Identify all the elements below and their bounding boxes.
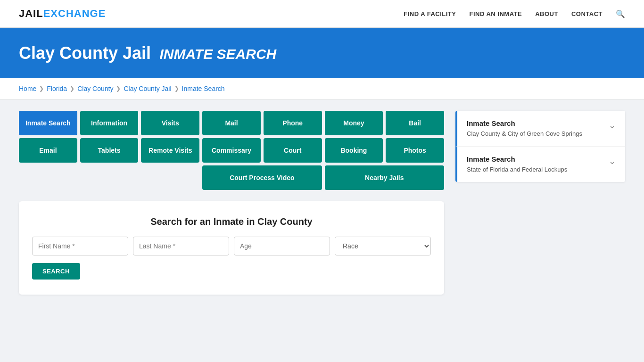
sidebar-item-state-florida[interactable]: Inmate Search State of Florida and Feder… <box>455 147 625 182</box>
chevron-down-icon-2: ⌄ <box>609 156 616 166</box>
search-form: Search for an Inmate in Clay County Race… <box>19 201 444 295</box>
left-column: Inmate Search Information Visits Mail Ph… <box>19 111 444 295</box>
tab-booking[interactable]: Booking <box>325 138 383 163</box>
tab-row-3: Court Process Video Nearby Jails <box>19 165 444 190</box>
chevron-down-icon-1: ⌄ <box>609 120 616 131</box>
sidebar-item-clay-subtitle: Clay County & City of Green Cove Springs <box>467 130 582 137</box>
sidebar-item-clay-county[interactable]: Inmate Search Clay County & City of Gree… <box>455 111 625 147</box>
breadcrumb-home[interactable]: Home <box>19 85 36 92</box>
logo-jail: JAIL <box>19 8 43 19</box>
tab-mail[interactable]: Mail <box>202 111 261 135</box>
breadcrumb: Home ❯ Florida ❯ Clay County ❯ Clay Coun… <box>0 78 644 99</box>
nav-links: FIND A FACILITY FIND AN INMATE ABOUT CON… <box>404 9 625 18</box>
tab-money[interactable]: Money <box>325 111 383 135</box>
tab-inmate-search[interactable]: Inmate Search <box>19 111 77 135</box>
tab-information[interactable]: Information <box>80 111 139 135</box>
sidebar-item-state-title: Inmate Search <box>467 155 567 163</box>
sidebar-item-state-subtitle: State of Florida and Federal Lockups <box>467 166 567 173</box>
sidebar-card: Inmate Search Clay County & City of Gree… <box>455 111 625 182</box>
logo-exchange: EXCHANGE <box>43 8 106 19</box>
last-name-input[interactable] <box>133 237 229 255</box>
first-name-input[interactable] <box>32 237 128 255</box>
tab-court[interactable]: Court <box>264 138 322 163</box>
race-select[interactable]: Race White Black Hispanic Asian Other <box>335 237 431 255</box>
tab-row3-spacer <box>19 165 199 190</box>
right-sidebar: Inmate Search Clay County & City of Gree… <box>455 111 625 182</box>
breadcrumb-clay-jail[interactable]: Clay County Jail <box>124 85 171 92</box>
search-icon[interactable]: 🔍 <box>616 9 625 18</box>
breadcrumb-sep-2: ❯ <box>70 85 74 92</box>
tab-commissary[interactable]: Commissary <box>202 138 261 163</box>
logo[interactable]: JAILEXCHANGE <box>19 8 106 20</box>
nav-contact[interactable]: CONTACT <box>571 10 603 17</box>
tab-bail[interactable]: Bail <box>386 111 444 135</box>
sidebar-item-clay-title: Inmate Search <box>467 119 582 127</box>
nav-find-facility[interactable]: FIND A FACILITY <box>404 10 456 17</box>
breadcrumb-florida[interactable]: Florida <box>47 85 67 92</box>
tab-nearby-jails[interactable]: Nearby Jails <box>325 165 444 190</box>
age-input[interactable] <box>234 237 330 255</box>
breadcrumb-sep-1: ❯ <box>39 85 44 92</box>
nav-about[interactable]: ABOUT <box>535 10 558 17</box>
hero-subtitle: INMATE SEARCH <box>156 46 276 62</box>
tab-visits[interactable]: Visits <box>141 111 199 135</box>
nav-find-inmate[interactable]: FIND AN INMATE <box>469 10 522 17</box>
breadcrumb-sep-4: ❯ <box>174 85 179 92</box>
hero-banner: Clay County Jail INMATE SEARCH <box>0 28 644 78</box>
hero-title: Clay County Jail <box>19 43 151 63</box>
breadcrumb-current: Inmate Search <box>182 85 225 92</box>
tab-remote-visits[interactable]: Remote Visits <box>141 138 199 163</box>
tab-tablets[interactable]: Tablets <box>80 138 139 163</box>
tab-photos[interactable]: Photos <box>386 138 444 163</box>
breadcrumb-clay-county[interactable]: Clay County <box>77 85 113 92</box>
tab-court-process-video[interactable]: Court Process Video <box>202 165 322 190</box>
breadcrumb-sep-3: ❯ <box>116 85 121 92</box>
tab-phone[interactable]: Phone <box>264 111 322 135</box>
tab-email[interactable]: Email <box>19 138 77 163</box>
search-form-title: Search for an Inmate in Clay County <box>32 216 431 227</box>
search-button[interactable]: SEARCH <box>32 263 80 280</box>
tab-row-1: Inmate Search Information Visits Mail Ph… <box>19 111 444 135</box>
navbar: JAILEXCHANGE FIND A FACILITY FIND AN INM… <box>0 0 644 28</box>
page-title: Clay County Jail INMATE SEARCH <box>19 43 625 63</box>
main-content: Inmate Search Information Visits Mail Ph… <box>0 99 644 306</box>
tab-row-2: Email Tablets Remote Visits Commissary C… <box>19 138 444 163</box>
search-fields: Race White Black Hispanic Asian Other <box>32 237 431 255</box>
